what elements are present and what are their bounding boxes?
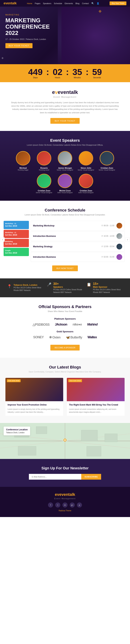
sponsor-logo-oxien: ❋ Oxien	[49, 336, 60, 339]
platinum-logos: △PSDBOSS JAckson nike●e Mahind	[7, 323, 123, 326]
nav-link-schedule[interactable]: Schedule	[54, 2, 62, 4]
eventalk-logo: eveventalk	[11, 90, 119, 95]
speaker-avatar	[37, 174, 51, 188]
sponsors-subtitle: Share Who Makes Your Event Possible	[7, 310, 123, 312]
venue-section: 📍 Tobacco Dock, London PO Box 16123 Coll…	[0, 278, 130, 297]
blog-title-1: Improve Your Event Promotion Online	[8, 404, 61, 406]
nav-buy-ticket-button[interactable]: Buy Your Ticket	[110, 2, 126, 5]
eventalk-sub: Event Management	[11, 96, 119, 98]
blog-date-1: 31st June 2019	[7, 379, 21, 382]
speaker-card: Cristian Zozo Senior Visual Designer	[35, 174, 53, 194]
speaker-role: Selio Visual Designer	[77, 192, 95, 194]
speaker-avatar	[37, 151, 51, 166]
venue-speakers-count: 30+	[53, 282, 83, 286]
nav-link-contact[interactable]: Contact	[82, 2, 89, 4]
nav-link-home[interactable]: Home	[27, 2, 32, 4]
speaker-name: Micheal	[14, 167, 32, 169]
sponsors-section: Offcial Sponsors & Partners Share Who Ma…	[0, 297, 130, 358]
eventalk-buy-ticket-button[interactable]: Buy Your Ticket	[50, 118, 80, 124]
nav-link-blog[interactable]: Blog	[76, 2, 80, 4]
schedule-row: Marketing Workshop ⏱ 08:30 - 11:00	[31, 221, 124, 230]
schedule-sidebar: Workshop - 11 1st Dec 2019 Workshop - 11…	[4, 221, 29, 262]
speaker-card: Micheal Rocking Nagar	[14, 151, 32, 171]
map-panel-title: Conference Location	[6, 428, 28, 431]
sponsor-logo-nike: nike●e	[73, 323, 82, 326]
hero-date: 17 - 25 October 2022 | Tobacco Dock, Lon…	[6, 38, 63, 40]
venue-sponsors-text: PO Box 16123 Collins Street West Rhode 8…	[93, 288, 123, 294]
speaker-role: Rocking wood	[35, 169, 53, 171]
schedule-row-title: Introduction Business	[33, 235, 99, 238]
speakers-title: Event Speakers	[6, 138, 124, 143]
speaker-name: Michel Zozo	[56, 190, 74, 192]
nav-link-pages[interactable]: Pages	[35, 2, 40, 4]
sponsor-logo-waltex: Waltex	[88, 336, 97, 339]
venue-location-title: Tobacco Dock, London	[14, 284, 43, 286]
nav-link-speakers[interactable]: Speakers	[43, 2, 51, 4]
schedule-tab-marketing[interactable]: Marketing 1st Dec 2019	[4, 239, 29, 247]
eventalk-text: Simply dummy text of the printing and ty…	[11, 101, 119, 114]
navbar: eventalk Home Pages Speakers Schedule El…	[0, 0, 130, 7]
speaker-avatar	[58, 174, 72, 188]
nav-link-elements[interactable]: Elements	[65, 2, 73, 4]
footer: eveventalk Event Management f t in g+ p …	[0, 487, 130, 517]
svg-rect-10	[87, 446, 101, 456]
schedule-next-button[interactable]: ›	[125, 238, 130, 242]
blog-card-2: 31st June 2019 The Right Event Mark Will…	[67, 378, 124, 416]
hero-badge: Marketing	[6, 14, 63, 16]
speaker-avatar	[79, 174, 93, 188]
blog-text-1: Lorem ipsum is simply dummy text of the …	[8, 408, 61, 414]
schedule-row-time: ⏱ 12:00 - 02:04	[101, 246, 114, 248]
diamond-decoration-2	[2, 57, 4, 59]
countdown-days: 449 Days	[25, 68, 46, 78]
schedule-tab-workshop2[interactable]: Workshop - 11 1st Dec 2019	[4, 230, 29, 238]
platinum-tier-title: Platinum Sponsors	[7, 318, 123, 320]
social-googleplus-icon[interactable]: g+	[70, 502, 75, 508]
nav-logo: eventalk	[4, 2, 17, 5]
schedule-tab-workshop[interactable]: Workshop - 11 1st Dec 2019	[4, 221, 29, 229]
schedule-tab-couple[interactable]: Couple 1st Dec 2019	[4, 248, 29, 256]
speaker-role: Senior Visual Designer	[77, 169, 95, 171]
hero-buy-ticket-button[interactable]: Buy Your Ticket	[6, 43, 33, 48]
countdown-minutes: 35 Minutes	[69, 68, 86, 78]
schedule-prev-button[interactable]: ‹	[0, 238, 5, 242]
gold-tier-title: Gold Sponsors	[7, 330, 123, 333]
social-pinterest-icon[interactable]: p	[77, 502, 82, 508]
map-panel-text: Tobacco Dock, London	[6, 432, 28, 434]
schedule-row: Marketing Strategy ⏱ 12:00 - 02:04	[31, 242, 124, 252]
blog-image-2: 31st June 2019	[67, 378, 124, 401]
user-icon[interactable]: 👤	[97, 2, 99, 5]
social-twitter-icon[interactable]: t	[55, 502, 60, 508]
become-sponsor-button[interactable]: Become A Sponsor	[50, 345, 80, 350]
hero-title: Marketing Conferencee 2022	[6, 17, 63, 36]
sponsor-logo-psdboss: △PSDBOSS	[33, 323, 49, 326]
social-linkedin-icon[interactable]: in	[62, 502, 68, 508]
venue-sponsors-count: 15+	[93, 282, 123, 286]
footer-bottom: Radixsa Theme	[7, 510, 123, 512]
schedule-speaker-avatar	[116, 223, 122, 228]
sponsor-logo-butterfly: 🦋 Butterfly	[66, 336, 82, 339]
schedule-row-title: Marketing Workshop	[33, 224, 99, 227]
blog-title-2: The Right Event Mark Will Bring You The …	[69, 404, 122, 406]
social-facebook-icon[interactable]: f	[48, 502, 53, 508]
speakers-grid: Micheal Rocking Nagar Rosario Rocking wo…	[6, 151, 124, 194]
sponsors-icon: 📋	[87, 282, 91, 287]
countdown-hours: 02 Hours	[49, 68, 66, 78]
countdown-section: 449 Days : 02 Hours : 35 Minutes : 59 Se…	[0, 64, 130, 82]
newsletter-email-input[interactable]	[29, 474, 81, 480]
nav-links: Home Pages Speakers Schedule Elements Bl…	[27, 2, 99, 5]
speaker-card: Cristian Zozo Senior Visual Designer	[98, 151, 116, 171]
schedule-row-title: Introduction Business	[33, 256, 99, 258]
newsletter-title: Sign Up For Our Newsletter	[15, 466, 115, 470]
schedule-row-title: Marketing Strategy	[33, 245, 99, 248]
search-icon[interactable]: 🔍	[91, 2, 94, 5]
speaker-name: Cristian Zozo	[98, 167, 116, 169]
schedule-buy-ticket-button[interactable]: Buy Now Ticket	[52, 266, 78, 271]
blog-title: Our Latest Blogs	[6, 365, 124, 370]
schedule-title: Conference Schedule	[4, 208, 126, 212]
newsletter-subscribe-button[interactable]: Subscribe	[81, 474, 101, 480]
countdown-sep-3: :	[86, 68, 89, 78]
footer-sub: Event Management	[7, 498, 123, 500]
schedule-subtitle: Lorem ipsum Dolor Sit Amet, Consectetur …	[4, 214, 126, 216]
schedule-row-time: ⏱ 10:30 - 12:00	[101, 235, 114, 237]
footer-social: f t in g+ p	[7, 502, 123, 508]
